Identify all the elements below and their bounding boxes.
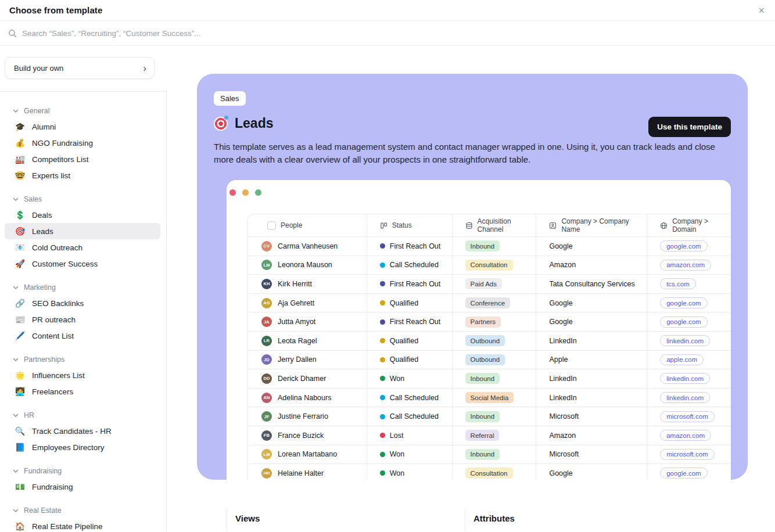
search-input[interactable] <box>22 29 766 38</box>
table-row[interactable]: DDDerick Dhamer Won Inbound LinkedIn lin… <box>247 369 731 389</box>
domain-pill[interactable]: microsoft.com <box>660 411 715 422</box>
sidebar-section: General 🎓 Alumni 💰 NGO Fundraising 🏭 Com… <box>0 103 160 184</box>
sidebar-section-header[interactable]: General <box>0 103 160 118</box>
globe-icon <box>660 222 668 229</box>
chevron-down-icon <box>13 414 19 418</box>
avatar: HH <box>261 468 272 479</box>
attributes-section: Attributes <box>465 509 703 531</box>
domain-pill[interactable]: google.com <box>660 317 707 328</box>
status-label: Lost <box>390 432 404 440</box>
use-template-button[interactable]: Use this template <box>648 117 731 137</box>
avatar: LR <box>261 336 272 346</box>
table-row[interactable]: LMLorean Martabano Won Inbound Microsoft… <box>247 445 731 465</box>
email-icon: 📧 <box>15 243 26 251</box>
table-row[interactable]: JAJutta Amyot First Reach Out Partners G… <box>247 312 731 332</box>
sidebar-list: General 🎓 Alumni 💰 NGO Fundraising 🏭 Com… <box>0 91 167 531</box>
sidebar-section-header[interactable]: Sales <box>0 192 160 207</box>
build-your-own-button[interactable]: Build your own › <box>5 57 155 79</box>
sidebar-item-track-candidates-hr[interactable]: 🔍 Track Candidates - HR <box>5 423 160 439</box>
table-row[interactable]: LRLeota Ragel Qualified Outbound LinkedI… <box>247 332 731 351</box>
domain-pill[interactable]: microsoft.com <box>660 449 715 460</box>
sidebar-section-header[interactable]: Real Estate <box>0 503 160 518</box>
sidebar-item-seo-backlinks[interactable]: 🔗 SEO Backlinks <box>5 295 160 311</box>
sidebar-section-label: Partnerships <box>24 355 64 364</box>
domain-pill[interactable]: google.com <box>660 297 707 308</box>
table-row[interactable]: JFJustine Ferrario Call Scheduled Inboun… <box>247 407 731 426</box>
sidebar-item-deals[interactable]: 💲 Deals <box>5 207 160 223</box>
sidebar-section-header[interactable]: HR <box>0 408 160 423</box>
sidebar-item-real-estate-pipeline[interactable]: 🏠 Real Estate Pipeline <box>5 518 160 531</box>
status-label: Won <box>390 375 404 383</box>
template-card: Sales Leads Use this template This templ… <box>197 74 748 480</box>
avatar: FB <box>261 430 272 441</box>
domain-pill[interactable]: google.com <box>660 468 707 479</box>
table-row[interactable]: HHHelaine Halter Won Consultation Google… <box>247 464 731 480</box>
sidebar-item-freelancers[interactable]: 🧑‍💻 Freelancers <box>5 383 160 400</box>
table-row[interactable]: ANAdelina Nabours Call Scheduled Social … <box>247 389 731 408</box>
column-header-company-name[interactable]: Company > Company Name <box>536 214 647 236</box>
channel-badge: Social Media <box>465 392 514 403</box>
close-icon[interactable]: × <box>758 5 765 16</box>
search-bar <box>0 20 775 46</box>
company-name: Microsoft <box>549 450 579 458</box>
domain-pill[interactable]: amazon.com <box>660 260 711 271</box>
table-row[interactable]: CVCarma Vanheusen First Reach Out Inboun… <box>247 237 731 256</box>
technologist-icon: 🧑‍💻 <box>15 387 26 396</box>
chevron-down-icon <box>13 469 19 473</box>
domain-pill[interactable]: linkedin.com <box>660 373 710 384</box>
sidebar-section-header[interactable]: Fundraising <box>0 463 160 479</box>
column-header-acquisition-channel[interactable]: Acquisition Channel <box>452 214 536 236</box>
sidebar-item-fundraising[interactable]: 💵 Fundraising <box>5 479 160 495</box>
sidebar-item-ngo-fundraising[interactable]: 💰 NGO Fundraising <box>5 135 160 151</box>
person-name: Kirk Herritt <box>278 280 312 288</box>
sidebar-item-competitors-list[interactable]: 🏭 Competitors List <box>5 151 160 167</box>
table-row[interactable]: JDJerry Dallen Qualified Outbound Apple … <box>247 351 731 370</box>
sidebar-section-header[interactable]: Partnerships <box>0 352 160 367</box>
domain-pill[interactable]: tcs.com <box>660 278 696 289</box>
status-label: Won <box>390 450 404 458</box>
person-name: Carma Vanheusen <box>278 242 338 250</box>
sidebar-item-content-list[interactable]: 🖊️ Content List <box>5 328 160 344</box>
sidebar-section-label: Marketing <box>24 283 56 292</box>
sidebar-item-label: SEO Backlinks <box>32 299 84 308</box>
sidebar-item-customer-success[interactable]: 🚀 Customer Success <box>5 256 160 272</box>
domain-pill[interactable]: amazon.com <box>660 430 711 441</box>
star-icon: 🌟 <box>15 371 26 379</box>
column-header-people[interactable]: People <box>247 214 367 236</box>
table-row[interactable]: LMLeonora Mauson Call Scheduled Consulta… <box>247 256 731 275</box>
column-header-status[interactable]: Status <box>367 214 452 236</box>
sidebar-item-label: Experts list <box>32 171 70 180</box>
table-row[interactable]: AGAja Gehrett Qualified Conference Googl… <box>247 294 731 313</box>
table-row[interactable]: FBFrance Buzick Lost Referral Amazon ama… <box>247 426 731 445</box>
sidebar-item-alumni[interactable]: 🎓 Alumni <box>5 118 160 135</box>
domain-pill[interactable]: linkedin.com <box>660 392 710 403</box>
person-name: Jutta Amyot <box>278 318 315 326</box>
channel-badge: Outbound <box>465 335 505 346</box>
domain-pill[interactable]: linkedin.com <box>660 335 710 346</box>
sidebar-item-leads[interactable]: 🎯 Leads <box>5 223 160 239</box>
sidebar-item-experts-list[interactable]: 🤓 Experts list <box>5 167 160 184</box>
sidebar-item-label: Influencers List <box>32 371 85 380</box>
person-name: Leota Ragel <box>278 337 317 345</box>
sidebar-item-employees-directory[interactable]: 📘 Employees Directory <box>5 439 160 455</box>
table-row[interactable]: KHKirk Herritt First Reach Out Paid Ads … <box>247 275 731 294</box>
sidebar-section-label: HR <box>24 411 34 419</box>
chevron-down-icon <box>13 197 19 202</box>
person-name: France Buzick <box>278 432 324 440</box>
sidebar-item-pr-outreach[interactable]: 📰 PR outreach <box>5 311 160 328</box>
domain-pill[interactable]: apple.com <box>660 354 704 365</box>
traffic-light-green-icon <box>255 189 261 196</box>
channel-badge: Conference <box>465 297 510 308</box>
checkbox-icon[interactable] <box>267 221 276 230</box>
chevron-down-icon <box>13 109 19 113</box>
build-your-own-label: Build your own <box>14 64 63 73</box>
status-dot <box>380 300 385 305</box>
sidebar-section-header[interactable]: Marketing <box>0 280 160 295</box>
sidebar-item-influencers-list[interactable]: 🌟 Influencers List <box>5 367 160 383</box>
sidebar-item-cold-outreach[interactable]: 📧 Cold Outreach <box>5 239 160 256</box>
company-name: LinkedIn <box>549 337 576 345</box>
column-header-domain[interactable]: Company > Domain <box>647 214 731 236</box>
status-dot <box>380 376 385 381</box>
domain-pill[interactable]: google.com <box>660 240 707 251</box>
channel-badge: Inbound <box>465 449 500 460</box>
